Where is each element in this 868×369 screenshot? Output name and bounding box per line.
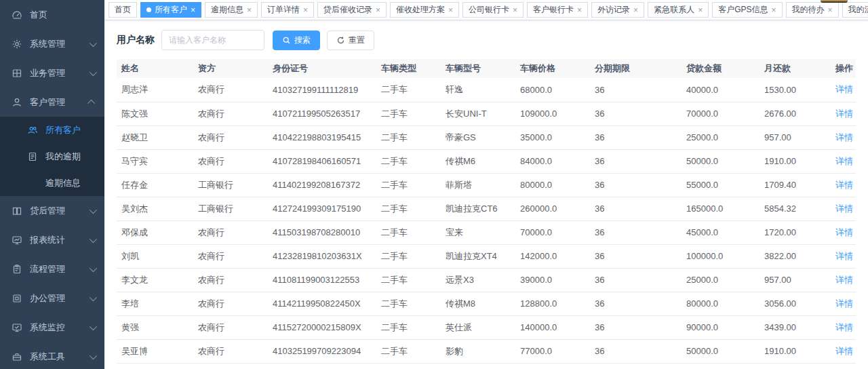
sidebar-menu: 首页系统管理业务管理客户管理所有客户我的逾期逾期信息贷后管理报表统计流程管理办公… — [0, 0, 104, 369]
detail-link[interactable]: 详情 — [835, 346, 853, 356]
search-button[interactable]: 搜索 — [273, 31, 320, 50]
clipboard-icon — [12, 264, 22, 275]
table-cell: 传祺M6 — [441, 149, 515, 173]
sidebar-item-business-mgmt[interactable]: 业务管理 — [0, 58, 104, 88]
table-cell: 黄强 — [117, 315, 193, 339]
table-cell: 英仕派 — [441, 315, 515, 339]
sidebar-item-my-overdue[interactable]: 我的逾期 — [0, 143, 104, 170]
sidebar-item-label: 客户管理 — [30, 96, 90, 109]
sidebar-item-system-mgmt[interactable]: 系统管理 — [0, 29, 104, 58]
tab-外访记录[interactable]: 外访记录× — [591, 2, 644, 18]
detail-link[interactable]: 详情 — [835, 298, 853, 309]
table-row-clipped — [117, 363, 856, 369]
sidebar-item-report-stats[interactable]: 报表统计 — [0, 225, 104, 254]
tab-所有客户[interactable]: 所有客户× — [140, 2, 201, 18]
detail-link[interactable]: 详情 — [835, 227, 853, 237]
close-icon[interactable]: × — [771, 6, 776, 14]
tab-我的流程[interactable]: 我的流程× — [842, 2, 868, 18]
detail-link[interactable]: 详情 — [835, 180, 853, 190]
table-cell: 农商行 — [193, 102, 268, 125]
table-cell — [117, 363, 193, 369]
close-icon[interactable]: × — [191, 6, 195, 14]
avatar[interactable] — [821, 0, 848, 3]
tab-贷后催收记录[interactable]: 贷后催收记录× — [317, 2, 387, 18]
sidebar-item-overdue-info[interactable]: 逾期信息 — [0, 170, 104, 196]
customer-name-input[interactable] — [161, 30, 264, 50]
table-cell: 李文龙 — [117, 268, 193, 292]
close-icon[interactable]: × — [698, 6, 703, 14]
tab-客户银行卡[interactable]: 客户银行卡× — [527, 2, 588, 18]
detail-link[interactable]: 详情 — [835, 156, 853, 166]
detail-link[interactable]: 详情 — [835, 109, 853, 119]
detail-link[interactable]: 详情 — [835, 251, 853, 261]
sidebar-item-system-tools[interactable]: 系统工具 — [0, 342, 104, 369]
table-cell: 凯迪拉克XT4 — [441, 244, 515, 268]
detail-link[interactable]: 详情 — [835, 275, 853, 285]
table-cell: 农商行 — [193, 125, 268, 149]
table-cell: 36 — [590, 78, 682, 102]
tab-首页[interactable]: 首页 — [108, 2, 137, 18]
close-icon[interactable]: × — [828, 6, 833, 14]
table-cell: 农商行 — [193, 315, 268, 339]
chevron-down-icon — [90, 235, 97, 242]
table-cell: 1530.00 — [760, 78, 827, 102]
sidebar-item-system-monitor[interactable]: 系统监控 — [0, 313, 104, 342]
table-cell: 50000.0 — [682, 339, 760, 363]
tab-紧急联系人[interactable]: 紧急联系人× — [648, 2, 709, 18]
table-cell: 菲斯塔 — [441, 173, 515, 197]
table-cell: 36 — [590, 220, 682, 244]
table-header: 姓名资方身份证号车辆类型车辆型号车辆价格分期期限贷款金额月还款操作 — [117, 59, 856, 78]
chevron-down-icon — [90, 293, 97, 300]
table-cell: 36 — [590, 197, 682, 220]
close-icon[interactable]: × — [247, 6, 252, 14]
table-row: 刘凯农商行41232819810203631X二手车凯迪拉克XT4142000.… — [117, 244, 856, 268]
tab-订单详情[interactable]: 订单详情× — [261, 2, 314, 18]
column-header: 身份证号 — [268, 59, 376, 78]
column-header: 车辆类型 — [376, 59, 441, 78]
user-icon — [12, 97, 22, 108]
table-cell: 410422198803195415 — [268, 125, 376, 149]
close-icon[interactable]: × — [303, 6, 308, 14]
detail-link[interactable]: 详情 — [835, 132, 853, 142]
detail-link[interactable]: 详情 — [835, 84, 853, 94]
sidebar-item-customer-mgmt[interactable]: 客户管理 — [0, 88, 104, 117]
tab-我的待办[interactable]: 我的待办× — [786, 2, 839, 18]
sidebar-item-office-mgmt[interactable]: 办公管理 — [0, 284, 104, 313]
close-icon[interactable]: × — [577, 6, 582, 14]
sidebar-item-home[interactable]: 首页 — [0, 0, 104, 29]
table-cell: 411402199208167372 — [268, 173, 376, 197]
sidebar-item-label: 贷后管理 — [30, 205, 90, 217]
table-cell: 36 — [590, 125, 682, 149]
table-cell-action: 详情 — [827, 149, 856, 173]
tab-催收处理方案[interactable]: 催收处理方案× — [390, 2, 459, 18]
table-cell: 二手车 — [376, 102, 441, 125]
detail-link[interactable]: 详情 — [835, 203, 853, 214]
chevron-down-icon — [90, 39, 97, 46]
tab-客户GPS信息[interactable]: 客户GPS信息× — [712, 2, 782, 18]
close-icon[interactable]: × — [513, 6, 517, 14]
chevron-down-icon — [90, 322, 97, 330]
table-cell: 128800.0 — [515, 292, 590, 315]
tab-逾期信息[interactable]: 逾期信息× — [205, 2, 258, 18]
table-cell: 3822.00 — [760, 244, 827, 268]
table-cell-action: 详情 — [827, 173, 856, 197]
table-cell: 5854.32 — [760, 197, 827, 220]
table-cell: 25000.0 — [682, 268, 760, 292]
sidebar-item-all-customers[interactable]: 所有客户 — [0, 117, 104, 143]
detail-link[interactable]: 详情 — [835, 322, 853, 332]
reset-button[interactable]: 重置 — [327, 31, 374, 50]
close-icon[interactable]: × — [448, 6, 453, 14]
table-cell: 二手车 — [376, 292, 441, 315]
sidebar-item-label: 流程管理 — [30, 263, 90, 275]
sidebar-item-process-mgmt[interactable]: 流程管理 — [0, 254, 104, 284]
sidebar-item-postloan-mgmt[interactable]: 贷后管理 — [0, 196, 104, 225]
sidebar-item-label: 业务管理 — [30, 67, 90, 79]
close-icon[interactable]: × — [376, 6, 380, 14]
table-cell: 农商行 — [193, 220, 268, 244]
table-cell: 260000.0 — [515, 197, 590, 220]
close-icon[interactable]: × — [633, 6, 638, 14]
table-cell: 39000.0 — [515, 268, 590, 292]
tab-公司银行卡[interactable]: 公司银行卡× — [462, 2, 524, 18]
submenu-customer-mgmt: 所有客户我的逾期逾期信息 — [0, 117, 104, 196]
table-cell: 70000.0 — [515, 220, 590, 244]
